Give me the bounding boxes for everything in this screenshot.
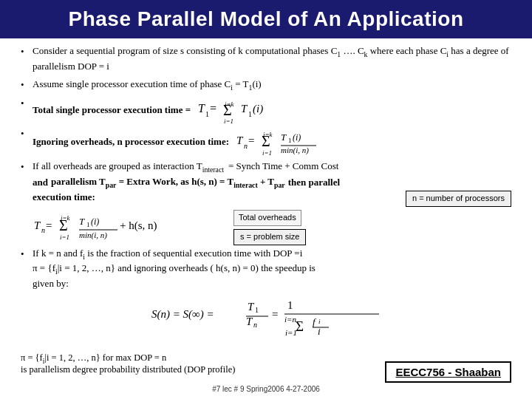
- svg-text:min(i, n): min(i, n): [281, 146, 309, 155]
- svg-text:n: n: [41, 226, 45, 234]
- bullet-marker: •: [21, 44, 33, 59]
- bullet-4-text: Ignoring overheads, n processor executio…: [33, 126, 511, 157]
- svg-text:(i): (i): [293, 132, 301, 143]
- slide: Phase Parallel Model of An Application •…: [0, 0, 532, 399]
- bullet-marker-6: •: [21, 247, 33, 262]
- svg-text:min(i, n): min(i, n): [79, 231, 107, 240]
- formula-tn: T n = i=k Σ i=1 T 1 (i) min(i, n): [235, 126, 353, 157]
- svg-text:=: =: [46, 219, 52, 231]
- slide-content: • Consider a sequential program of size …: [0, 38, 532, 341]
- formula-t1: T 1 = i=k Σ i=1 T 1 (i): [197, 96, 285, 124]
- bullet-3: • Total single processor execution time …: [21, 96, 511, 124]
- s-problem-box: s = problem size: [233, 229, 306, 245]
- svg-text:i=n: i=n: [284, 315, 296, 324]
- svg-text:n: n: [253, 321, 257, 329]
- svg-text:=: =: [248, 134, 254, 146]
- svg-text:i=1: i=1: [60, 233, 69, 241]
- svg-text:i=1: i=1: [262, 149, 272, 157]
- svg-text:1: 1: [86, 221, 90, 228]
- svg-text:T: T: [248, 301, 255, 313]
- title-text: Phase Parallel Model of An Application: [68, 7, 463, 30]
- svg-text:f: f: [313, 316, 317, 327]
- bullet-marker-5: •: [21, 160, 33, 174]
- bullet-5-text: If all overheads are grouped as interact…: [33, 160, 511, 245]
- bullet-6: • If k = n and fi is the fraction of seq…: [21, 247, 511, 337]
- formula-row-tn2: T n = i=k Σ i=1 T 1 (i) min(i, n) + h(s,…: [33, 208, 511, 245]
- svg-text:Σ: Σ: [59, 217, 68, 233]
- svg-text:1: 1: [205, 110, 209, 118]
- svg-text:S(n) = S(∞) =: S(n) = S(∞) =: [151, 308, 214, 321]
- svg-text:i=1: i=1: [285, 328, 297, 337]
- svg-text:T: T: [246, 316, 253, 327]
- bullet-6-text: If k = n and fi is the fraction of seque…: [33, 247, 511, 337]
- pi-line-1: π = {fi|i = 1, 2, …, n} for max DOP = n: [21, 352, 235, 365]
- slide-title: Phase Parallel Model of An Application: [0, 0, 532, 38]
- svg-text:1: 1: [248, 110, 252, 118]
- footer: #7 lec # 9 Spring2006 4-27-2006: [0, 385, 532, 393]
- svg-text:Σ: Σ: [223, 102, 232, 118]
- bullet-2-text: Assume single processor execution time o…: [33, 78, 511, 93]
- svg-text:i: i: [318, 318, 321, 325]
- svg-text:T: T: [79, 216, 85, 227]
- bullet-5: • If all overheads are grouped as intera…: [21, 160, 511, 245]
- svg-text:=: =: [210, 102, 216, 115]
- svg-text:(i): (i): [91, 216, 99, 227]
- svg-text:i: i: [318, 326, 321, 337]
- svg-text:+ h(s, n): + h(s, n): [120, 219, 157, 232]
- pi-line-2: is parallelism degree probability distri…: [21, 364, 235, 375]
- bullet-marker-2: •: [21, 78, 33, 92]
- svg-text:=: =: [272, 308, 278, 320]
- formula-tn2: T n = i=k Σ i=1 T 1 (i) min(i, n) + h(s,…: [33, 208, 225, 245]
- total-overheads-box: Total overheads: [233, 210, 301, 226]
- svg-text:T: T: [34, 219, 41, 231]
- svg-text:i=1: i=1: [224, 117, 233, 124]
- pi-bottom: π = {fi|i = 1, 2, …, n} for max DOP = n …: [21, 352, 235, 376]
- n-processors-box: n = number of processors: [406, 191, 511, 207]
- bullet-marker-3: •: [21, 96, 33, 111]
- svg-text:1: 1: [287, 299, 293, 311]
- svg-text:1: 1: [255, 306, 259, 314]
- bullet-3-text: Total single processor execution time = …: [33, 96, 511, 124]
- svg-text:T: T: [281, 132, 287, 143]
- svg-text:(i): (i): [253, 103, 263, 115]
- svg-text:Σ: Σ: [262, 133, 270, 149]
- bullet-1-text: Consider a sequential program of size s …: [33, 44, 511, 74]
- boxes-column: n = number of processors: [406, 191, 511, 207]
- svg-text:n: n: [244, 142, 248, 150]
- bullet-1: • Consider a sequential program of size …: [21, 44, 511, 74]
- svg-text:T: T: [241, 103, 248, 115]
- formula-speedup: S(n) = S(∞) = T 1 T n = 1 i=n: [150, 293, 394, 337]
- bullet-marker-4: •: [21, 126, 33, 141]
- bullet-2: • Assume single processor execution time…: [21, 78, 511, 93]
- bullet-4: • Ignoring overheads, n processor execut…: [21, 126, 511, 157]
- speedup-formula: S(n) = S(∞) = T 1 T n = 1 i=n: [33, 293, 511, 337]
- eecc-box: EECC756 - Shaaban: [385, 361, 511, 383]
- svg-text:1: 1: [288, 137, 292, 144]
- svg-text:T: T: [198, 102, 205, 115]
- svg-text:T: T: [236, 134, 244, 146]
